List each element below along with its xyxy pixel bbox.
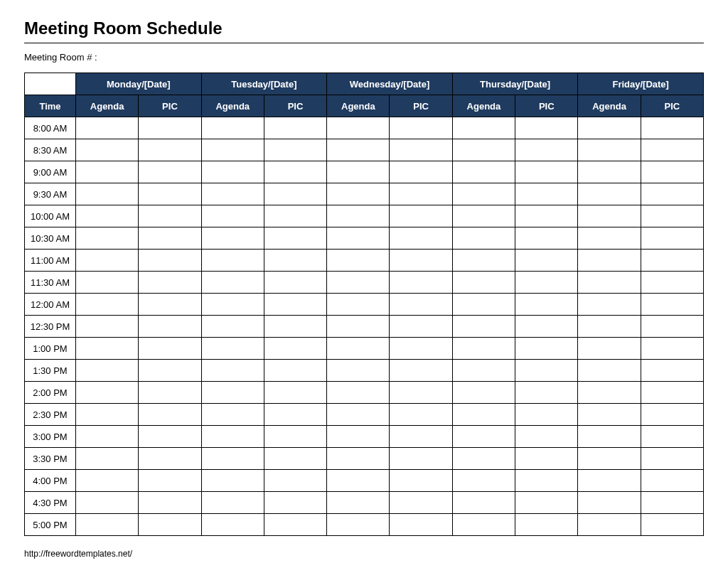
pic-cell <box>641 514 703 536</box>
agenda-cell <box>578 448 641 470</box>
pic-cell <box>515 250 578 272</box>
pic-cell <box>264 183 326 205</box>
agenda-cell <box>578 426 641 448</box>
time-cell: 1:30 PM <box>25 360 76 382</box>
agenda-cell <box>76 117 139 139</box>
agenda-cell <box>578 470 641 492</box>
table-row: 9:30 AM <box>25 183 704 205</box>
agenda-cell <box>327 161 390 183</box>
time-cell: 2:00 PM <box>25 382 76 404</box>
time-cell: 12:30 PM <box>25 316 76 338</box>
table-row: 2:00 PM <box>25 382 704 404</box>
agenda-cell <box>327 272 390 294</box>
agenda-cell <box>578 117 641 139</box>
pic-cell <box>515 139 578 161</box>
agenda-cell <box>201 316 264 338</box>
time-cell: 10:30 AM <box>25 227 76 250</box>
pic-cell <box>264 161 326 183</box>
agenda-cell <box>578 227 641 250</box>
agenda-cell <box>452 316 515 338</box>
header-time: Time <box>25 95 76 117</box>
pic-cell <box>139 470 201 492</box>
agenda-cell <box>452 139 515 161</box>
footer-url: http://freewordtemplates.net/ <box>24 549 704 559</box>
header-agenda: Agenda <box>201 95 264 117</box>
time-cell: 9:30 AM <box>25 183 76 205</box>
time-cell: 4:30 PM <box>25 492 76 514</box>
agenda-cell <box>76 183 139 205</box>
pic-cell <box>139 448 201 470</box>
pic-cell <box>641 294 703 316</box>
table-header: Monday/[Date] Tuesday/[Date] Wednesday/[… <box>25 73 704 117</box>
pic-cell <box>139 404 201 426</box>
pic-cell <box>641 161 703 183</box>
time-cell: 9:00 AM <box>25 161 76 183</box>
pic-cell <box>264 316 326 338</box>
pic-cell <box>139 426 201 448</box>
pic-cell <box>390 250 452 272</box>
header-day-tuesday: Tuesday/[Date] <box>201 73 327 95</box>
pic-cell <box>641 117 703 139</box>
pic-cell <box>390 272 452 294</box>
pic-cell <box>264 205 326 227</box>
table-row: 1:30 PM <box>25 360 704 382</box>
pic-cell <box>139 227 201 250</box>
agenda-cell <box>327 183 390 205</box>
pic-cell <box>515 382 578 404</box>
agenda-cell <box>76 404 139 426</box>
pic-cell <box>390 316 452 338</box>
agenda-cell <box>201 227 264 250</box>
agenda-cell <box>201 470 264 492</box>
agenda-cell <box>76 514 139 536</box>
agenda-cell <box>327 205 390 227</box>
pic-cell <box>390 205 452 227</box>
agenda-cell <box>327 227 390 250</box>
pic-cell <box>390 139 452 161</box>
schedule-table: Monday/[Date] Tuesday/[Date] Wednesday/[… <box>24 73 704 536</box>
agenda-cell <box>452 294 515 316</box>
table-row: 8:30 AM <box>25 139 704 161</box>
document-page: Meeting Room Schedule Meeting Room # : M… <box>0 0 728 563</box>
pic-cell <box>515 183 578 205</box>
header-pic: PIC <box>390 95 452 117</box>
agenda-cell <box>327 448 390 470</box>
table-row: 11:00 AM <box>25 250 704 272</box>
header-day-monday: Monday/[Date] <box>76 73 202 95</box>
pic-cell <box>264 382 326 404</box>
agenda-cell <box>327 514 390 536</box>
table-row: 11:30 AM <box>25 272 704 294</box>
agenda-cell <box>76 360 139 382</box>
agenda-cell <box>201 360 264 382</box>
agenda-cell <box>201 404 264 426</box>
table-row: 9:00 AM <box>25 161 704 183</box>
time-cell: 10:00 AM <box>25 205 76 227</box>
pic-cell <box>390 294 452 316</box>
agenda-cell <box>76 448 139 470</box>
agenda-cell <box>201 492 264 514</box>
pic-cell <box>390 161 452 183</box>
pic-cell <box>264 514 326 536</box>
time-cell: 5:00 PM <box>25 514 76 536</box>
pic-cell <box>641 382 703 404</box>
pic-cell <box>515 161 578 183</box>
pic-cell <box>641 404 703 426</box>
agenda-cell <box>578 360 641 382</box>
agenda-cell <box>327 492 390 514</box>
pic-cell <box>515 205 578 227</box>
time-cell: 3:30 PM <box>25 448 76 470</box>
pic-cell <box>515 117 578 139</box>
table-row: 2:30 PM <box>25 404 704 426</box>
pic-cell <box>264 272 326 294</box>
pic-cell <box>515 470 578 492</box>
agenda-cell <box>578 404 641 426</box>
agenda-cell <box>76 227 139 250</box>
agenda-cell <box>452 404 515 426</box>
agenda-cell <box>201 382 264 404</box>
agenda-cell <box>578 250 641 272</box>
pic-cell <box>264 426 326 448</box>
agenda-cell <box>327 360 390 382</box>
header-notch <box>25 73 76 95</box>
table-row: 12:00 AM <box>25 294 704 316</box>
pic-cell <box>390 470 452 492</box>
pic-cell <box>641 272 703 294</box>
